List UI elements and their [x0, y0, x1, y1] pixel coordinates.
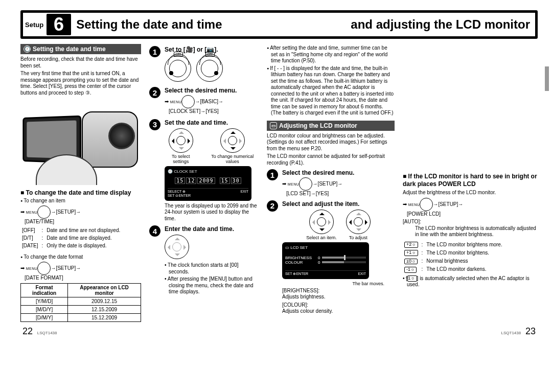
clock-icon: 🕘: [24, 45, 31, 53]
step-3-title: Set the date and time.: [165, 119, 259, 126]
page-number-left: 22: [22, 326, 33, 336]
section-bar-lcd: ▭ Adjusting the LCD monitor: [267, 121, 395, 131]
mode-dial-photo-icon: OFF: [196, 55, 223, 82]
monitor-icon: ▭: [270, 122, 277, 129]
page-footer: 22 LSQT1438 LSQT1438 23: [20, 326, 538, 337]
lcd-step-2-title: Select and adjust the item.: [282, 200, 395, 207]
menu-ring-icon: [181, 95, 195, 108]
step-2-menu-path: ➡ MENU→[BASIC]→ [CLOCK SET]→[YES]: [165, 95, 259, 115]
power-lcd-path: ➡ MENU→[SETUP]→ [POWER LCD]: [403, 198, 538, 218]
bar-caption: The bar moves.: [282, 281, 395, 286]
lcd-step-2-badge: 2: [267, 200, 278, 212]
dpad-ud-icon: [220, 128, 245, 153]
lcd-step-1-title: Select the desired menu.: [282, 169, 395, 176]
power-lcd-levels: +2☼:The LCD monitor brightens more. +1☼:…: [403, 240, 505, 274]
dpad-ud-icon: [309, 210, 334, 234]
colour-def: [COLOUR]:Adjusts colour density.: [282, 302, 395, 315]
step-2-badge: 2: [149, 87, 160, 98]
lcd-clock-set-screenshot: 🕘 CLOCK SET 15122009 1530 SELECT ⊕SET ⊙E…: [165, 166, 251, 201]
auto-def: [AUTO]: The LCD monitor brightness is au…: [403, 219, 538, 238]
note-summertime: After setting the date and time, summer …: [267, 45, 395, 64]
lcd-intro-1: LCD monitor colour and brightness can be…: [267, 133, 395, 152]
banner-title-right: and adjusting the LCD monitor: [351, 17, 530, 32]
menu-ring-icon: [420, 198, 433, 211]
banner-title-left: Setting the date and time: [76, 17, 222, 32]
date-format-table: Format indicationAppearance on LCD monit…: [20, 283, 141, 322]
step-3-badge: 3: [149, 119, 160, 130]
lcd-step-1-path: ➡ MENU→[SETUP]→ [LCD SET]→[YES]: [282, 177, 395, 197]
menu-ring-icon: [299, 177, 312, 191]
page-number-right: 23: [525, 326, 536, 336]
menu-ring-icon: [37, 262, 51, 275]
dpad-lr-icon: [346, 210, 371, 234]
step-4-note-1: The clock function starts at [00] second…: [165, 262, 259, 275]
setup-label: Setup: [23, 21, 47, 29]
dpad-center-icon: [165, 235, 189, 259]
step-4-title: Enter the date and time.: [165, 225, 259, 233]
step-number: 6: [47, 14, 71, 35]
step-2-title: Select the desired menu.: [165, 87, 259, 94]
power-lcd-desc: Adjust the brightness of the LCD monitor…: [403, 190, 538, 196]
datetime-intro-2: The very first time that the unit is tur…: [20, 71, 141, 96]
lcd-step-1-badge: 1: [267, 169, 278, 180]
menu-ring-icon: [37, 205, 51, 219]
date-display-options: [OFF]:Date and time are not displayed. […: [20, 226, 123, 250]
note-battery: If [ - - ] is displayed for the date and…: [267, 65, 395, 117]
change-item: To change an item: [20, 198, 141, 204]
datetime-intro-1: Before recording, check that the date an…: [20, 56, 141, 69]
mode-dial-video-icon: OFF: [165, 55, 191, 82]
camcorder-illustration: [20, 98, 138, 185]
power-lcd-note: [+1☼] is automatically selected when the…: [403, 275, 538, 288]
step-3-note: The year is displayed up to 2099 and the…: [165, 203, 259, 222]
step-4-badge: 4: [149, 225, 160, 237]
change-format: To change the date format: [20, 254, 141, 261]
power-lcd-head: If the LCD monitor is hard to see in bri…: [403, 173, 538, 188]
menu-path-dateformat: ➡ MENU→[SETUP]→ [DATE FORMAT]: [20, 262, 141, 282]
lcd-intro-2: The LCD monitor cannot be adjusted for s…: [267, 153, 395, 166]
step-4-note-2: After pressing the [MENU] button and clo…: [165, 276, 259, 295]
chapter-banner: Setup 6 Setting the date and time and ad…: [20, 10, 538, 39]
section-bar-datetime: 🕘 Setting the date and time: [20, 44, 141, 54]
step-1-badge: 1: [149, 46, 160, 57]
dpad-lr-icon: [169, 128, 193, 153]
menu-path-datetime: ➡ MENU→[SETUP]→ [DATE/TIME]: [20, 205, 141, 225]
change-display-head: To change the date and time display: [20, 189, 141, 197]
brightness-def: [BRIGHTNESS]:Adjusts brightness.: [282, 288, 395, 301]
lcd-set-screenshot: ▭ LCD SET BRIGHTNESS0 COLOUR0 SET ⊕ENTER…: [282, 242, 369, 279]
page-thumb-tab: [545, 66, 549, 91]
